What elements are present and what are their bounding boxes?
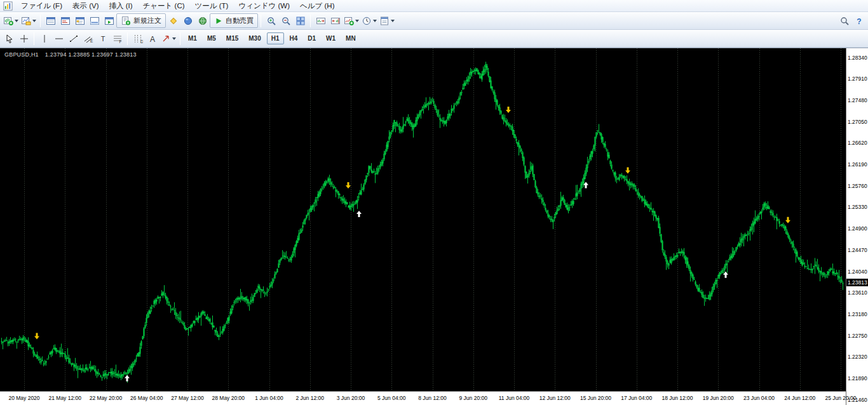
toolbar-standard: 新規注文自動売買? xyxy=(0,12,868,30)
indicators-button[interactable] xyxy=(342,13,360,28)
globe-icon xyxy=(198,16,208,26)
price-chart[interactable] xyxy=(0,48,846,391)
search-button[interactable] xyxy=(837,13,851,28)
price-axis-label: 1.22750 xyxy=(848,333,867,339)
help-button[interactable]: ? xyxy=(851,13,866,28)
menu-item-help[interactable]: ヘルプ (H) xyxy=(295,0,339,12)
timeframe-w1[interactable]: W1 xyxy=(322,32,340,44)
time-axis-label: 23 Jun 04:00 xyxy=(743,395,775,401)
zoom-out-button[interactable] xyxy=(278,13,293,28)
arrows-button[interactable] xyxy=(159,31,177,46)
dropdown-caret-icon[interactable] xyxy=(172,37,176,40)
equidistant-channel-button[interactable]: E xyxy=(81,31,95,46)
price-axis[interactable]: 1.283401.279101.274801.270501.266201.261… xyxy=(846,48,868,405)
menu-item-window[interactable]: ウィンドウ (W) xyxy=(233,0,295,12)
template-icon xyxy=(379,16,390,26)
menu-item-tools[interactable]: ツール (T) xyxy=(190,0,234,12)
datawindow-icon xyxy=(60,16,71,26)
sell-arrow-icon[interactable] xyxy=(34,333,39,340)
navigator-button[interactable] xyxy=(72,13,87,28)
zoom-in-button[interactable] xyxy=(264,13,278,28)
sell-arrow-icon[interactable] xyxy=(506,107,511,113)
price-axis-label: 1.21890 xyxy=(848,375,867,382)
buy-arrow-icon[interactable] xyxy=(356,211,362,217)
chart-window[interactable]: GBPUSD,H1 1.23794 1.23885 1.23697 1.2381… xyxy=(0,48,868,405)
trendline-icon xyxy=(69,34,79,44)
fibonacci-button[interactable]: F xyxy=(110,31,125,46)
menu-item-insert[interactable]: 挿入 (I) xyxy=(104,0,138,12)
timeframe-m15[interactable]: M15 xyxy=(222,32,243,44)
dropdown-caret-icon[interactable] xyxy=(32,20,36,22)
sell-arrow-icon[interactable] xyxy=(346,182,351,189)
price-axis-label: 1.24040 xyxy=(848,269,867,275)
zoomout-icon xyxy=(281,16,291,26)
time-axis-label: 3 Jun 20:00 xyxy=(337,395,365,401)
profiles-button[interactable] xyxy=(20,13,37,28)
timeframe-m1[interactable]: M1 xyxy=(184,32,201,44)
periods-button[interactable] xyxy=(360,13,378,28)
dropdown-caret-icon[interactable] xyxy=(15,20,18,22)
toolbar-separator xyxy=(261,15,261,27)
timeframe-m5[interactable]: M5 xyxy=(203,32,220,44)
newchart-icon xyxy=(3,16,13,26)
terminal-button[interactable] xyxy=(87,13,102,28)
menu-item-charts[interactable]: チャート (C) xyxy=(138,0,190,12)
timeframe-mn[interactable]: MN xyxy=(341,32,360,44)
cursor-button[interactable] xyxy=(2,31,17,46)
dropdown-caret-icon[interactable] xyxy=(355,20,359,22)
trendline-button[interactable] xyxy=(66,31,81,46)
text-label-button[interactable]: A xyxy=(145,31,159,46)
price-axis-label: 1.25330 xyxy=(848,204,867,210)
time-axis[interactable]: 20 May 202021 May 12:0022 May 20:0026 Ma… xyxy=(0,391,846,405)
price-axis-label: 1.27050 xyxy=(848,119,867,125)
dropdown-caret-icon[interactable] xyxy=(373,20,377,22)
svg-text:T: T xyxy=(100,35,105,43)
tile-icon xyxy=(295,16,306,26)
market-button[interactable] xyxy=(195,13,210,28)
buy-arrow-icon[interactable] xyxy=(125,375,130,382)
arrowtool-icon xyxy=(161,34,171,44)
auto-scroll-button[interactable] xyxy=(313,13,328,28)
cycle-lines-button[interactable]: D xyxy=(130,31,145,46)
svg-text:?: ? xyxy=(857,17,861,25)
text-button[interactable]: T xyxy=(95,31,110,46)
auto-trading-button[interactable]: 自動売買 xyxy=(210,13,258,28)
dropdown-caret-icon[interactable] xyxy=(391,20,395,22)
metaeditor-button[interactable] xyxy=(166,13,180,28)
crosshair-button[interactable] xyxy=(17,31,31,46)
profiles-icon xyxy=(21,16,31,26)
vertical-line-button[interactable] xyxy=(37,31,51,46)
marketwatch-icon xyxy=(46,16,56,26)
price-axis-label: 1.24900 xyxy=(848,225,867,232)
time-axis-label: 5 Jun 04:00 xyxy=(377,395,405,401)
menu-item-file[interactable]: ファイル (F) xyxy=(16,0,67,12)
templates-button[interactable] xyxy=(378,13,396,28)
menu-item-view[interactable]: 表示 (V) xyxy=(67,0,104,12)
horizontal-line-button[interactable] xyxy=(51,31,66,46)
timeframe-m30[interactable]: M30 xyxy=(244,32,265,44)
search-icon xyxy=(839,16,850,26)
navigator-icon xyxy=(75,16,85,26)
time-axis-label: 12 Jun 12:00 xyxy=(539,395,571,401)
price-axis-label: 1.27480 xyxy=(848,97,867,103)
time-axis-label: 11 Jun 04:00 xyxy=(499,395,530,401)
new-chart-button[interactable] xyxy=(2,13,20,28)
toolbar-separator xyxy=(310,15,311,27)
timeframe-d1[interactable]: D1 xyxy=(303,32,320,44)
timeframe-h1[interactable]: H1 xyxy=(267,32,284,44)
strategy-tester-button[interactable] xyxy=(102,13,116,28)
chart-shift-button[interactable] xyxy=(328,13,342,28)
tile-windows-button[interactable] xyxy=(293,13,308,28)
sell-arrow-icon[interactable] xyxy=(625,168,630,174)
community-button[interactable] xyxy=(180,13,195,28)
market-watch-button[interactable] xyxy=(43,13,58,28)
timeframe-h4[interactable]: H4 xyxy=(285,32,302,44)
time-axis-label: 15 Jun 20:00 xyxy=(580,395,611,401)
data-window-button[interactable] xyxy=(58,13,72,28)
time-axis-label: 2 Jun 12:00 xyxy=(296,395,324,401)
sell-arrow-icon[interactable] xyxy=(785,217,790,223)
hline-icon xyxy=(54,34,64,44)
price-axis-label: 1.26190 xyxy=(848,161,867,168)
time-axis-label: 24 Jun 12:00 xyxy=(784,395,815,401)
new-order-button[interactable]: 新規注文 xyxy=(116,13,166,28)
